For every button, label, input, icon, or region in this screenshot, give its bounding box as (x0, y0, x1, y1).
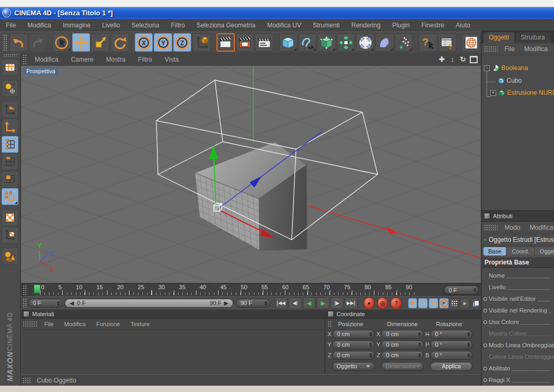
viewport[interactable]: Prospettiva (21, 66, 481, 283)
menu-item[interactable]: File (0, 22, 22, 29)
object-label[interactable]: Booleana (501, 64, 528, 72)
section-header[interactable]: Proprietà Base (482, 257, 554, 268)
menu-item[interactable]: Rendering (345, 22, 386, 29)
spinner[interactable] (473, 288, 477, 292)
menu-item[interactable]: Immagine (57, 22, 96, 29)
tree-row-booleana[interactable]: − Booleana (484, 64, 528, 72)
texture-mode-button[interactable] (2, 209, 18, 226)
slider-right-arrow[interactable]: ▶ (224, 300, 228, 307)
menu-item[interactable]: Livello (96, 22, 126, 29)
spinner[interactable] (57, 301, 60, 306)
render-view-button[interactable] (216, 33, 235, 52)
object-axis-mode-button[interactable] (2, 119, 18, 135)
tree-row-estrusione[interactable]: + Estrusione NURBS (490, 89, 554, 97)
rotate-button[interactable] (111, 33, 129, 52)
dimension-field[interactable]: 0 cm (381, 351, 423, 360)
points-mode-button[interactable] (2, 136, 18, 153)
content-browser-button[interactable]: ? (438, 33, 457, 52)
model-mode-button[interactable] (2, 101, 18, 118)
menu-item[interactable]: Seleziona (126, 22, 165, 29)
document-pages-button[interactable] (471, 298, 480, 308)
property-row[interactable]: Usa Colore (482, 316, 554, 328)
keyframe-dot[interactable] (483, 320, 489, 324)
object-manager-menu-item[interactable]: File (500, 45, 519, 53)
ruler-grip[interactable] (23, 285, 27, 296)
coordinates-grip[interactable] (328, 321, 332, 327)
toolbar-grip[interactable] (3, 34, 7, 50)
menu-item[interactable]: Seleziona Geometria (191, 22, 261, 29)
redo-button[interactable] (29, 33, 47, 52)
timeline-ruler[interactable]: 051015202530354045505560657075808590 (33, 284, 442, 296)
spinner[interactable] (369, 332, 372, 337)
object-mode-dropdown[interactable]: Oggetto (332, 362, 374, 371)
keyframe-dot[interactable] (483, 309, 489, 312)
spinner[interactable] (467, 332, 470, 337)
rotation-field[interactable]: 0 ° (430, 340, 472, 349)
primitive-cube-button[interactable] (279, 33, 298, 52)
menu-item[interactable]: Aiuto (450, 22, 476, 29)
make-editable-button[interactable] (2, 59, 18, 76)
lock-y-axis-button[interactable]: Y (154, 33, 172, 52)
maximize-view-icon[interactable] (469, 55, 478, 64)
viewport-menu-item[interactable]: Vista (159, 56, 185, 63)
attribute-tab[interactable]: Oggetto (535, 247, 554, 256)
menu-item[interactable]: Filtro (165, 22, 191, 29)
particles-button[interactable] (395, 33, 413, 52)
reduced-modification-button[interactable]: ▸ (460, 298, 470, 308)
position-field[interactable]: 0 cm (332, 351, 374, 360)
menu-item[interactable]: Modifica UV (261, 22, 307, 29)
texture-axis-mode-button[interactable] (2, 227, 18, 243)
spinner[interactable] (369, 353, 372, 358)
render-settings-button[interactable] (255, 33, 273, 52)
rotation-field[interactable]: 0 ° (430, 330, 472, 339)
object-manager-tab[interactable]: Oggetti (483, 32, 515, 43)
property-row[interactable]: Visibile nel Rendering (482, 305, 554, 316)
menu-item[interactable]: Strumenti (307, 22, 345, 29)
keyframe-dot[interactable] (483, 297, 489, 301)
materials-list-area[interactable] (21, 330, 324, 375)
spinner[interactable] (369, 342, 372, 347)
spline-button[interactable] (299, 33, 317, 52)
viewport-menu-item[interactable]: Modifica (28, 56, 65, 63)
scale-button[interactable] (91, 33, 110, 52)
scale-key-button[interactable]: ▪ (418, 298, 428, 308)
previous-frame-button[interactable]: ◀| (289, 297, 301, 309)
attribute-object-row[interactable]: Oggetto Estrudi [Estrus (482, 234, 554, 246)
object-label[interactable]: Estrusione NURBS (507, 89, 554, 96)
polygons-mode-button[interactable] (2, 171, 18, 188)
keyframe-dot[interactable] (483, 344, 489, 347)
render-picture-viewer-button[interactable] (236, 33, 254, 52)
dimension-mode-dropdown[interactable]: Dimensione (381, 362, 423, 371)
environment-button[interactable] (375, 33, 394, 52)
edges-mode-button[interactable] (2, 153, 18, 170)
attributes-grip[interactable] (484, 224, 498, 231)
attributes-menu-item[interactable]: Modo (500, 224, 525, 231)
position-key-button[interactable]: ✚ (408, 298, 418, 308)
materials-menu-item[interactable]: Modifica (59, 321, 91, 327)
play-backward-button[interactable]: ◀ (303, 297, 315, 309)
apply-button[interactable]: Applica (430, 362, 472, 371)
object-tree[interactable]: − Booleana Cubo + Estrusione NURBS (482, 55, 554, 211)
rotation-field[interactable]: 0 ° (430, 351, 472, 360)
menu-item[interactable]: Modifica (22, 22, 57, 29)
materials-menu-item[interactable]: Texture (125, 321, 155, 327)
rotate-view-icon[interactable]: ↻ (459, 55, 467, 64)
tree-row-cubo[interactable]: Cubo (498, 76, 522, 85)
attributes-menu-item[interactable]: Modifica (525, 224, 554, 231)
spinner[interactable] (467, 353, 470, 358)
lock-x-axis-button[interactable]: X (135, 33, 153, 52)
spinner[interactable] (418, 332, 421, 337)
materials-grip[interactable] (23, 321, 37, 327)
online-updater-button[interactable] (462, 33, 480, 52)
status-grip[interactable] (23, 377, 31, 384)
autokey-button[interactable]: ◎ (377, 297, 389, 309)
pan-view-icon[interactable]: ✚ (438, 55, 446, 64)
position-field[interactable]: 0 cm (332, 330, 374, 339)
keyframe-dot[interactable] (483, 378, 489, 382)
preview-range-slider[interactable]: ◀ 0 F 90 F ▶ (65, 299, 233, 308)
coordinate-system-button[interactable] (192, 33, 211, 52)
property-row[interactable]: Raggi X (482, 374, 554, 386)
current-frame-field[interactable]: 0 F (28, 299, 63, 308)
materials-menu-item[interactable]: Funzione (91, 321, 125, 327)
play-forward-button[interactable]: ▶ (316, 297, 329, 309)
